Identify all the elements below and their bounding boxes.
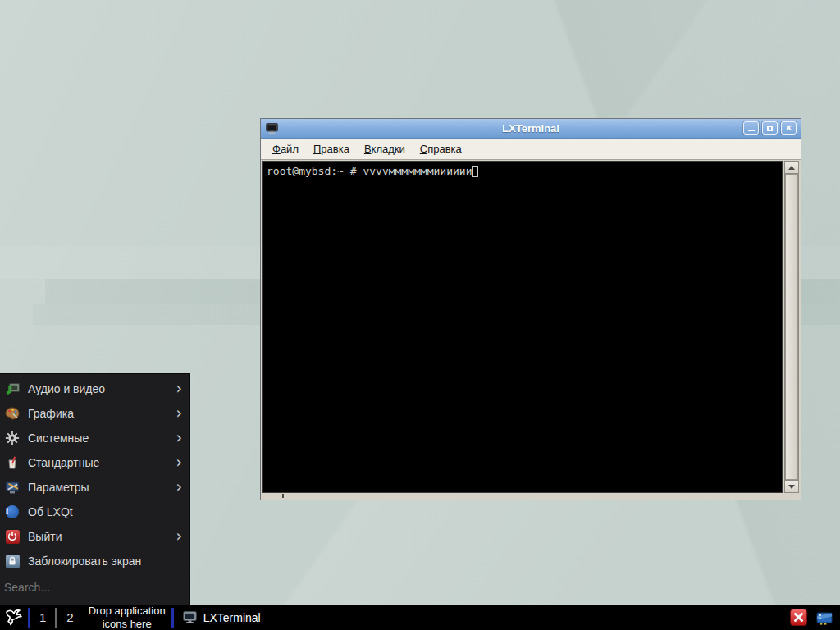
network-card-icon xyxy=(815,609,833,627)
info-glyph: i xyxy=(6,505,19,518)
window-buttons: × xyxy=(743,121,797,135)
submenu-arrow-icon: › xyxy=(176,455,182,469)
taskbar-button-lxterminal[interactable]: LXTerminal xyxy=(174,609,269,625)
terminal-window-icon xyxy=(265,121,279,135)
menu-item-label: Аудио и видео xyxy=(28,382,176,395)
menu-item-label: Заблокировать экран xyxy=(28,555,182,568)
terminal-prompt-text: root@mybsd:~ # vvvvмммммммииииии xyxy=(267,165,472,177)
submenu-arrow-icon: › xyxy=(176,406,182,420)
workspace-button-1[interactable]: 1 xyxy=(30,610,55,624)
drop-hint-line1: Drop application xyxy=(89,605,166,618)
tray-network-item[interactable] xyxy=(815,609,833,627)
graphics-icon xyxy=(4,405,21,422)
menu-item-audio-video[interactable]: Аудио и видео › xyxy=(0,377,189,401)
titlebar[interactable]: LXTerminal × xyxy=(261,119,801,139)
menu-item-preferences[interactable]: Параметры › xyxy=(0,475,189,500)
terminal-scrollbar[interactable] xyxy=(784,161,799,493)
submenu-arrow-icon: › xyxy=(176,529,182,543)
terminal-viewport[interactable]: root@mybsd:~ # vvvvмммммммииииии xyxy=(262,161,783,493)
lock-screen-icon xyxy=(4,553,21,569)
menu-item-accessories[interactable]: Стандартные › xyxy=(0,450,189,475)
submenu-arrow-icon: › xyxy=(176,431,182,445)
preferences-icon xyxy=(4,479,21,495)
scroll-down-button[interactable] xyxy=(785,480,798,492)
menu-help[interactable]: Справка xyxy=(413,139,469,158)
red-x-icon xyxy=(794,613,803,622)
window-title: LXTerminal xyxy=(261,122,801,135)
resize-grip[interactable] xyxy=(282,494,284,498)
menu-item-label: Выйти xyxy=(28,530,176,543)
arrow-up-icon xyxy=(788,166,795,170)
menu-file[interactable]: Файл xyxy=(265,139,306,158)
lxterminal-window: LXTerminal × Файл Правка Вкладки Справка… xyxy=(260,118,801,500)
minimize-button[interactable] xyxy=(743,121,759,135)
menu-item-about-lxqt[interactable]: i Об LXQt xyxy=(0,500,189,524)
main-menu-button[interactable] xyxy=(0,605,28,630)
app-menu-popup: Аудио и видео › Графика › xyxy=(0,373,190,605)
menu-item-label: Параметры xyxy=(28,481,176,494)
drop-hint-line2: icons here xyxy=(89,618,166,630)
menu-item-label: Стандартные xyxy=(28,456,176,469)
menu-item-label: Об LXQt xyxy=(28,505,182,518)
menu-item-label: Системные xyxy=(28,431,176,445)
menu-edit[interactable]: Правка xyxy=(306,139,357,158)
menu-tabs[interactable]: Вкладки xyxy=(357,139,413,158)
submenu-arrow-icon: › xyxy=(176,480,182,494)
scroll-up-button[interactable] xyxy=(785,162,798,174)
maximize-button[interactable] xyxy=(762,121,778,135)
menu-item-leave[interactable]: Выйти › xyxy=(0,524,189,549)
menu-item-system[interactable]: Системные › xyxy=(0,426,189,450)
tray-quit-button[interactable] xyxy=(790,609,807,626)
system-gear-icon xyxy=(4,430,21,446)
submenu-arrow-icon: › xyxy=(176,381,182,395)
minimize-icon xyxy=(748,130,755,131)
scrollbar-thumb[interactable] xyxy=(785,174,798,480)
taskbar: 1 2 Drop application icons here LXTermin… xyxy=(0,605,840,630)
audio-video-icon xyxy=(4,381,21,397)
arrow-down-icon xyxy=(788,485,795,489)
close-button[interactable]: × xyxy=(781,121,797,135)
task-button-label: LXTerminal xyxy=(203,611,261,624)
quicklaunch-drop-area[interactable]: Drop application icons here xyxy=(83,605,171,630)
terminal-task-icon xyxy=(182,609,198,625)
lxqt-bird-icon xyxy=(3,607,25,628)
menu-search-row xyxy=(0,573,189,595)
menu-item-label: Графика xyxy=(28,407,176,420)
terminal-cursor xyxy=(472,166,478,177)
accessories-icon xyxy=(4,454,21,471)
workspace-button-2[interactable]: 2 xyxy=(57,610,82,624)
terminal-prompt-line: root@mybsd:~ # vvvvмммммммииииии xyxy=(263,162,782,177)
terminal-menubar: Файл Правка Вкладки Справка xyxy=(261,139,801,160)
menu-item-lock-screen[interactable]: Заблокировать экран xyxy=(0,549,189,573)
close-icon: × xyxy=(786,123,792,133)
maximize-icon xyxy=(767,126,773,131)
menu-item-graphics[interactable]: Графика › xyxy=(0,401,189,426)
about-info-icon: i xyxy=(4,504,21,520)
search-input[interactable] xyxy=(4,581,188,594)
logout-power-icon xyxy=(4,528,21,545)
